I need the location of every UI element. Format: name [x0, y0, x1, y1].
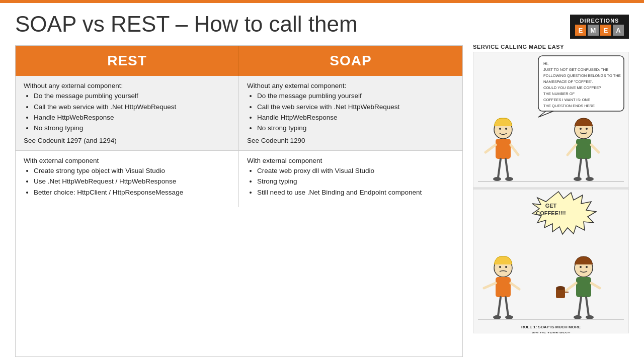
svg-text:COFFEE!!!!: COFFEE!!!!	[536, 210, 566, 216]
svg-point-22	[580, 128, 582, 130]
table-body: Without any external component: Do the m…	[16, 76, 462, 207]
svg-text:THE QUESTION ENDS HERE: THE QUESTION ENDS HERE	[543, 104, 595, 108]
svg-point-45	[493, 315, 501, 319]
svg-rect-50	[576, 277, 591, 297]
svg-text:NAMESPACE OF "COFFEE".: NAMESPACE OF "COFFEE".	[543, 79, 593, 84]
list-item: Call the web service with .Net HttpWebRe…	[257, 103, 454, 112]
list-item: Use .Net HttpWebRequest / HttpWebRespons…	[34, 177, 230, 186]
logo-box: DIRECTIONS E M E A	[570, 15, 629, 39]
row2-col2-bullets: Create web proxy dll with Visual Studio …	[247, 166, 454, 197]
svg-point-13	[505, 128, 507, 130]
svg-text:COULD YOU GIVE ME COFFEE?: COULD YOU GIVE ME COFFEE?	[543, 85, 601, 90]
svg-point-29	[574, 177, 582, 181]
row1-col1: Without any external component: Do the m…	[16, 76, 239, 151]
row1-col2-heading: Without any external component:	[247, 82, 454, 89]
row2-col2-heading: With external component	[247, 157, 454, 164]
cartoon-label: SERVICE CALLING MADE EASY	[473, 44, 564, 50]
list-item: Strong typing	[257, 177, 454, 186]
logo-letter-e2: E	[600, 25, 611, 36]
table-header: REST SOAP	[16, 46, 462, 76]
list-item: Better choice: HttpClient / HttpResponse…	[34, 188, 230, 197]
row1-col1-heading: Without any external component:	[24, 82, 230, 89]
svg-point-38	[499, 266, 501, 268]
svg-text:THE NUMBER OF: THE NUMBER OF	[543, 92, 575, 96]
svg-text:FOLLOWING QUESTION BELONGS TO : FOLLOWING QUESTION BELONGS TO THE	[543, 73, 621, 78]
left-panel: SOAP vs REST – How to call them REST SOA…	[15, 12, 463, 357]
row2-col1-bullets: Create strong type object with Visual St…	[24, 166, 230, 197]
svg-rect-40	[496, 277, 511, 297]
logo-directions-text: DIRECTIONS	[580, 18, 619, 24]
svg-text:RULE 1: SOAP IS MUCH MORE: RULE 1: SOAP IS MUCH MORE	[521, 325, 581, 329]
row2-col1-heading: With external component	[24, 157, 230, 164]
col2-header: SOAP	[239, 46, 462, 76]
row2-col1: With external component Create strong ty…	[16, 151, 239, 207]
svg-text:COFFEES I WANT IS: ONE: COFFEES I WANT IS: ONE	[543, 98, 590, 102]
list-item: Create web proxy dll with Visual Studio	[257, 166, 454, 175]
row2-col2: With external component Create web proxy…	[239, 151, 462, 207]
svg-text:JUST TO NOT GET CONFUSED: THE: JUST TO NOT GET CONFUSED: THE	[543, 67, 608, 72]
page-title: SOAP vs REST – How to call them	[15, 12, 463, 36]
svg-point-12	[499, 128, 501, 130]
row1-col1-bullets: Do the message pumbling yourself Call th…	[24, 92, 230, 133]
svg-point-49	[586, 266, 588, 268]
list-item: Create strong type object with Visual St…	[34, 166, 230, 175]
svg-text:HI,: HI,	[543, 61, 548, 66]
row1-col2-bullets: Do the message pumbling yourself Call th…	[247, 92, 454, 133]
svg-rect-24	[576, 139, 591, 159]
right-panel: DIRECTIONS E M E A SERVICE CALLING MADE …	[473, 12, 629, 357]
logo-letter-a: A	[613, 25, 624, 36]
comparison-table: REST SOAP Without any external component…	[15, 45, 463, 357]
svg-point-23	[586, 128, 588, 130]
svg-rect-14	[496, 139, 511, 159]
svg-point-19	[493, 177, 501, 181]
svg-point-46	[505, 315, 513, 319]
row1-col2: Without any external component: Do the m…	[239, 76, 462, 151]
svg-point-20	[505, 177, 513, 181]
logo-area: DIRECTIONS E M E A	[570, 15, 629, 39]
logo-letter-e1: E	[575, 25, 586, 36]
list-item: Handle HttpWebResponse	[257, 113, 454, 122]
list-item: Handle HttpWebResponse	[34, 113, 230, 122]
list-item: Do the message pumbling yourself	[34, 92, 230, 101]
list-item: Call the web service with .Net HttpWebRe…	[34, 103, 230, 112]
cartoon-svg: HI, JUST TO NOT GET CONFUSED: THE FOLLOW…	[473, 52, 629, 333]
row1-col2-codeunit: See Codeunit 1290	[247, 137, 454, 144]
row1-col1-codeunit: See Codeunit 1297 (and 1294)	[24, 137, 230, 144]
svg-text:GET: GET	[545, 203, 557, 209]
list-item: No strong typing	[34, 124, 230, 133]
svg-text:POLITE THAN REST: POLITE THAN REST	[532, 331, 571, 333]
logo-letter-m: M	[588, 25, 599, 36]
svg-point-48	[580, 266, 582, 268]
list-item: Do the message pumbling yourself	[257, 92, 454, 101]
svg-point-30	[586, 177, 594, 181]
logo-emea: E M E A	[575, 25, 624, 36]
cartoon-area: SERVICE CALLING MADE EASY HI, JUST TO NO…	[473, 44, 629, 335]
svg-point-53	[556, 286, 565, 290]
svg-point-58	[574, 315, 582, 319]
content-area: SOAP vs REST – How to call them REST SOA…	[0, 3, 644, 362]
svg-point-59	[586, 315, 594, 319]
svg-point-39	[505, 266, 507, 268]
cartoon-illustration: HI, JUST TO NOT GET CONFUSED: THE FOLLOW…	[473, 52, 629, 335]
list-item: No strong typing	[257, 124, 454, 133]
col1-header: REST	[16, 46, 239, 76]
list-item: Still need to use .Net Binding and Endpo…	[257, 188, 454, 197]
